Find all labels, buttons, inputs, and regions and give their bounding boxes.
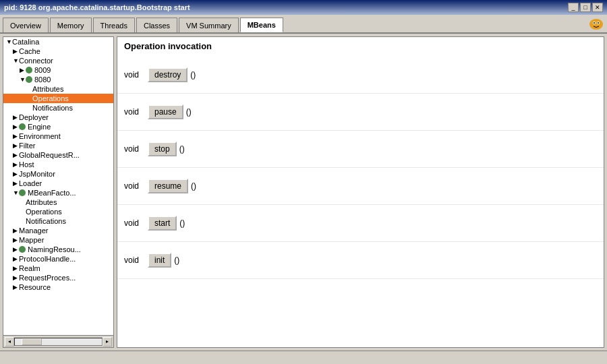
arrow-host: ▶ <box>13 161 18 168</box>
operation-row-stop: voidstop() <box>117 131 604 168</box>
tab-classes[interactable]: Classes <box>136 18 177 32</box>
op-params-start: () <box>179 218 185 228</box>
op-button-stop[interactable]: stop <box>148 142 177 156</box>
operation-row-resume: voidresume() <box>117 168 604 205</box>
return-type-start: void <box>124 218 148 228</box>
op-button-init[interactable]: init <box>148 253 171 268</box>
tab-memory[interactable]: Memory <box>50 18 92 32</box>
minimize-button[interactable]: _ <box>568 3 579 12</box>
operation-row-destroy: voiddestroy() <box>117 57 604 94</box>
window-title: pid: 9128 org.apache.catalina.startup.Bo… <box>4 3 190 11</box>
tree-scroll[interactable]: ▼ Catalina ▶ Cache ▼ Connector ▶ 8009 <box>3 37 113 335</box>
tree-item-notifications-8080[interactable]: Notifications <box>3 103 113 113</box>
svg-point-3 <box>594 22 595 24</box>
tree-horizontal-scrollbar[interactable]: ◂ ▸ <box>3 335 113 347</box>
tree-item-8009[interactable]: ▶ 8009 <box>3 65 113 75</box>
tree-item-environment[interactable]: ▶ Environment <box>3 131 113 141</box>
duke-icon <box>588 18 604 31</box>
arrow-namingresou: ▶ <box>13 246 18 253</box>
tree-item-realm[interactable]: ▶ Realm <box>3 264 113 273</box>
node-icon-8009 <box>26 67 32 73</box>
arrow-jspmonitor: ▶ <box>13 171 18 177</box>
tree-item-mapper[interactable]: ▶ Mapper <box>3 235 113 245</box>
tree-item-jspmonitor[interactable]: ▶ JspMonitor <box>3 169 113 179</box>
return-type-destroy: void <box>124 70 148 80</box>
op-params-pause: () <box>186 107 192 117</box>
tab-threads[interactable]: Threads <box>93 18 135 32</box>
scroll-thumb[interactable] <box>22 338 42 345</box>
tree-panel: ▼ Catalina ▶ Cache ▼ Connector ▶ 8009 <box>3 36 114 348</box>
arrow-requestproces: ▶ <box>13 274 18 281</box>
tree-item-8080[interactable]: ▼ 8080 <box>3 75 113 84</box>
tree-item-operations-mbeanfactory[interactable]: Operations <box>3 207 113 216</box>
main-content: ▼ Catalina ▶ Cache ▼ Connector ▶ 8009 <box>0 34 607 351</box>
tab-bar: Overview Memory Threads Classes VM Summa… <box>0 15 607 34</box>
close-button[interactable]: ✕ <box>592 3 603 12</box>
arrow-filter: ▶ <box>13 142 18 149</box>
tree-item-manager[interactable]: ▶ Manager <box>3 226 113 235</box>
node-icon-mbeanfactory <box>19 189 26 196</box>
operations-container: voiddestroy()voidpause()voidstop()voidre… <box>117 57 604 279</box>
return-type-init: void <box>124 255 148 265</box>
arrow-resource: ▶ <box>13 284 18 291</box>
node-icon-namingresou <box>19 246 26 253</box>
arrow-engine: ▶ <box>13 123 18 130</box>
tree-item-connector[interactable]: ▼ Connector <box>3 56 113 65</box>
operation-row-init: voidinit() <box>117 242 604 279</box>
arrow-realm: ▶ <box>13 265 18 272</box>
tree-item-notifications-mbeanfactory[interactable]: Notifications <box>3 216 113 226</box>
arrow-8009: ▶ <box>20 67 25 73</box>
svg-point-4 <box>598 22 599 24</box>
window-controls[interactable]: _ □ ✕ <box>568 3 603 12</box>
op-button-start[interactable]: start <box>148 216 177 231</box>
arrow-8080: ▼ <box>20 76 25 83</box>
op-params-stop: () <box>179 144 185 154</box>
tree-item-filter[interactable]: ▶ Filter <box>3 141 113 150</box>
arrow-manager: ▶ <box>13 227 18 234</box>
tree-item-operations-8080[interactable]: Operations <box>3 94 113 103</box>
maximize-button[interactable]: □ <box>580 3 591 12</box>
tab-overview[interactable]: Overview <box>3 18 49 32</box>
tree-item-resource[interactable]: ▶ Resource <box>3 282 113 292</box>
arrow-loader: ▶ <box>13 180 18 187</box>
tree-item-attributes-mbeanfactory[interactable]: Attributes <box>3 198 113 207</box>
tree-item-attributes-8080[interactable]: Attributes <box>3 84 113 94</box>
op-button-resume[interactable]: resume <box>148 179 188 193</box>
scroll-right-button[interactable]: ▸ <box>103 337 112 346</box>
right-panel: Operation invocation voiddestroy()voidpa… <box>117 36 604 348</box>
title-bar: pid: 9128 org.apache.catalina.startup.Bo… <box>0 0 607 15</box>
tree-item-engine[interactable]: ▶ Engine <box>3 122 113 131</box>
tree-item-deployer[interactable]: ▶ Deployer <box>3 113 113 122</box>
scroll-left-button[interactable]: ◂ <box>5 337 14 346</box>
tree-item-requestproces[interactable]: ▶ RequestProces... <box>3 273 113 282</box>
panel-title: Operation invocation <box>117 37 604 57</box>
arrow-globalrequestr: ▶ <box>13 152 18 158</box>
return-type-stop: void <box>124 144 148 154</box>
tree-item-protocolhandle[interactable]: ▶ ProtocolHandle... <box>3 254 113 264</box>
svg-point-0 <box>589 19 603 30</box>
op-button-destroy[interactable]: destroy <box>148 67 187 82</box>
return-type-resume: void <box>124 181 148 191</box>
operation-row-pause: voidpause() <box>117 94 604 131</box>
arrow-connector: ▼ <box>13 57 18 64</box>
tree-item-host[interactable]: ▶ Host <box>3 160 113 169</box>
op-params-init: () <box>174 255 179 265</box>
node-icon-engine <box>19 123 26 130</box>
op-button-pause[interactable]: pause <box>148 104 183 119</box>
tree-item-catalina[interactable]: ▼ Catalina <box>3 37 113 47</box>
tree-item-globalrequestr[interactable]: ▶ GlobalRequestR... <box>3 150 113 160</box>
tree-item-loader[interactable]: ▶ Loader <box>3 179 113 188</box>
tree-item-mbeanfactory[interactable]: ▼ MBeanFacto... <box>3 188 113 198</box>
scroll-track[interactable] <box>14 338 103 346</box>
tab-vm-summary[interactable]: VM Summary <box>179 18 239 32</box>
arrow-protocolhandle: ▶ <box>13 255 18 262</box>
op-params-resume: () <box>191 181 196 191</box>
tab-mbeans[interactable]: MBeans <box>240 18 283 32</box>
tree-item-namingresou[interactable]: ▶ NamingResou... <box>3 245 113 254</box>
return-type-pause: void <box>124 107 148 117</box>
node-icon-8080 <box>26 76 32 83</box>
op-params-destroy: () <box>190 70 196 80</box>
tree-item-cache[interactable]: ▶ Cache <box>3 47 113 56</box>
arrow-catalina: ▼ <box>6 38 11 45</box>
arrow-deployer: ▶ <box>13 114 18 121</box>
